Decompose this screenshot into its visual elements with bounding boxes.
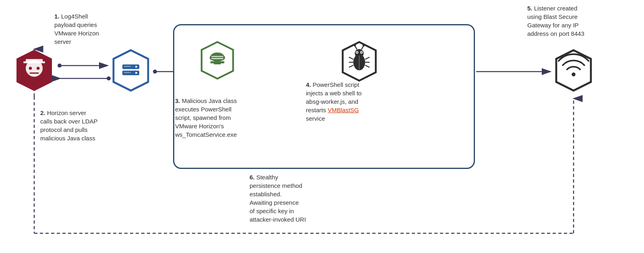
svg-rect-35 bbox=[211, 56, 223, 57]
step3-label: 3. Malicious Java classexecutes PowerShe… bbox=[175, 97, 237, 139]
malware-bug-icon bbox=[338, 40, 380, 82]
horizon-server-icon bbox=[109, 48, 153, 93]
svg-rect-36 bbox=[211, 58, 223, 59]
listener-icon bbox=[551, 48, 596, 93]
diagram-container: 1. Log4Shellpayload queriesVMware Horizo… bbox=[0, 0, 644, 253]
attacker-icon bbox=[12, 48, 56, 93]
step2-label: 2. Horizon servercalls back over LDAPpro… bbox=[40, 109, 98, 142]
svg-marker-22 bbox=[114, 50, 148, 91]
svg-point-26 bbox=[135, 72, 137, 74]
svg-point-8 bbox=[153, 70, 157, 74]
step5-label: 5. Listener createdusing Blast SecureGat… bbox=[527, 4, 584, 38]
svg-point-32 bbox=[218, 55, 225, 61]
svg-point-47 bbox=[363, 44, 365, 46]
svg-rect-27 bbox=[124, 66, 131, 67]
svg-line-51 bbox=[365, 57, 369, 59]
svg-point-43 bbox=[361, 52, 362, 53]
svg-marker-55 bbox=[556, 50, 591, 91]
svg-rect-34 bbox=[214, 63, 221, 64]
step4-label: 4. PowerShell scriptinjects a web shell … bbox=[306, 80, 361, 123]
svg-rect-21 bbox=[30, 72, 39, 74]
svg-point-4 bbox=[58, 64, 62, 68]
svg-point-31 bbox=[210, 55, 217, 61]
svg-point-46 bbox=[354, 44, 356, 46]
svg-rect-18 bbox=[23, 62, 45, 64]
vmware-horizon-icon bbox=[197, 40, 237, 80]
svg-point-19 bbox=[29, 67, 32, 70]
svg-point-25 bbox=[135, 66, 137, 68]
svg-line-50 bbox=[349, 65, 353, 67]
svg-rect-28 bbox=[124, 72, 131, 73]
svg-point-42 bbox=[357, 52, 358, 53]
vmblastsg-link[interactable]: VMBlastSG bbox=[328, 107, 359, 113]
step6-label: 6. Stealthypersistence methodestablished… bbox=[250, 173, 306, 224]
step1-label: 1. Log4Shellpayload queriesVMware Horizo… bbox=[54, 12, 99, 46]
svg-point-20 bbox=[37, 67, 40, 70]
svg-point-56 bbox=[572, 72, 576, 76]
svg-line-53 bbox=[365, 65, 369, 67]
svg-line-48 bbox=[349, 57, 353, 59]
